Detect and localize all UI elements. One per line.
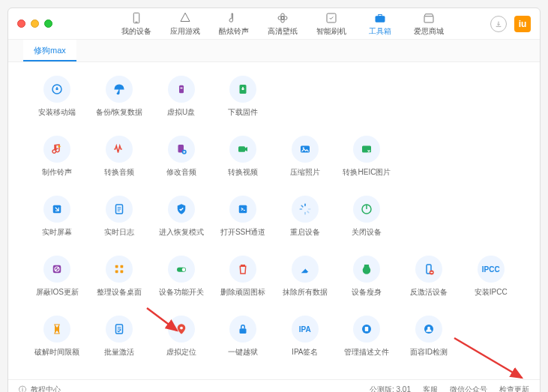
virtual-location-tool[interactable]: 虚拟定位	[153, 316, 209, 358]
svg-rect-9	[379, 14, 382, 16]
svg-rect-13	[180, 88, 182, 89]
top-nav: 我的设备应用游戏酷炫铃声高清壁纸智能刷机工具箱爱思商城	[75, 11, 490, 37]
svg-rect-8	[376, 16, 385, 22]
tool-label: 一键越狱	[228, 347, 258, 358]
convert-heic-tool[interactable]: 转换HEIC图片	[339, 136, 395, 178]
install-ipcc-tool[interactable]: IPCC安装IPCC	[463, 256, 519, 298]
tool-label: 批量激活	[104, 347, 134, 358]
nav-label: 高清壁纸	[268, 26, 298, 37]
crack-timelimit-tool[interactable]: 破解时间限额	[29, 316, 85, 358]
open-ssh-tool[interactable]: 打开SSH通道	[215, 196, 271, 238]
convert-audio-tool[interactable]: 转换音频	[91, 136, 148, 178]
device-switches-tool[interactable]: 设备功能开关	[153, 256, 209, 298]
device-slim-tool[interactable]: 设备瘦身	[339, 256, 395, 298]
svg-rect-0	[133, 13, 139, 23]
svg-rect-39	[120, 271, 123, 274]
nav-ringtones-icon	[227, 11, 241, 25]
svg-rect-12	[179, 85, 184, 94]
tool-label: 整理设备桌面	[97, 287, 142, 298]
nav-ringtones[interactable]: 酷炫铃声	[210, 11, 259, 37]
download-button[interactable]	[490, 16, 507, 32]
face-icon	[415, 316, 442, 343]
nav-label: 爱思商城	[414, 26, 444, 37]
titlebar: 我的设备应用游戏酷炫铃声高清壁纸智能刷机工具箱爱思商城 iu	[8, 8, 540, 40]
erase-icon	[292, 256, 319, 283]
lock-icon	[229, 316, 256, 343]
delete-stubborn-tool[interactable]: 删除顽固图标	[215, 256, 271, 298]
umbrella-icon	[106, 76, 133, 103]
nav-store[interactable]: 爱思商城	[405, 11, 454, 37]
switch-icon	[168, 256, 195, 283]
restart-device-tool[interactable]: 重启设备	[277, 196, 334, 238]
power-icon	[353, 196, 380, 223]
install-mobile-tool[interactable]: 安装移动端	[29, 76, 85, 118]
ipa-icon: IPA	[292, 316, 319, 343]
svg-rect-37	[120, 265, 123, 268]
faceid-check-tool[interactable]: 面容ID检测	[401, 316, 457, 358]
svg-rect-38	[115, 271, 118, 274]
nav-label: 应用游戏	[170, 26, 200, 37]
realtime-screen-tool[interactable]: 实时屏幕	[29, 196, 85, 238]
svg-rect-36	[115, 265, 118, 268]
download-firmware-tool[interactable]: 下载固件	[215, 76, 271, 118]
tool-label: 打开SSH通道	[220, 227, 266, 238]
nav-device-icon	[130, 11, 143, 25]
hourglass-icon	[43, 316, 70, 343]
shutdown-device-tool[interactable]: 关闭设备	[339, 196, 395, 238]
ipa-sign-tool[interactable]: IPAIPA签名	[277, 316, 334, 358]
wechat-link[interactable]: 微信公众号	[450, 385, 487, 393]
tool-label: IPA签名	[292, 347, 318, 358]
nav-apps[interactable]: 应用游戏	[161, 11, 210, 37]
deactivate-tool[interactable]: 反激活设备	[401, 256, 457, 298]
screen-icon	[43, 196, 70, 223]
app-logo: iu	[514, 16, 531, 32]
manage-profiles-tool[interactable]: 管理描述文件	[339, 316, 395, 358]
window-controls	[17, 19, 52, 28]
tool-label: 抹除所有数据	[283, 287, 328, 298]
nav-flash[interactable]: 智能刷机	[307, 11, 356, 37]
nav-label: 智能刷机	[316, 26, 346, 37]
edit-audio-tool[interactable]: 修改音频	[153, 136, 209, 178]
tool-label: 破解时间限额	[34, 347, 79, 358]
tool-label: 删除顽固图标	[220, 287, 265, 298]
realtime-log-tool[interactable]: 实时日志	[91, 196, 148, 238]
tool-label: 修改音频	[166, 167, 196, 178]
tool-label: 下载固件	[228, 107, 258, 118]
svg-line-30	[307, 211, 309, 213]
minimize-button[interactable]	[31, 19, 39, 28]
nav-toolbox[interactable]: 工具箱	[356, 11, 405, 37]
shield-icon	[168, 196, 195, 223]
close-button[interactable]	[17, 19, 25, 28]
tool-label: 虚拟定位	[166, 347, 196, 358]
grid-icon	[106, 256, 133, 283]
update-link[interactable]: 检查更新	[499, 385, 529, 393]
tool-grid: 安装移动端备份/恢复数据虚拟U盘下载固件制作铃声转换音频修改音频转换视频压缩照片…	[29, 76, 519, 358]
make-ringtone-tool[interactable]: 制作铃声	[29, 136, 85, 178]
tab-device[interactable]: 修狗max	[23, 40, 76, 61]
nav-label: 酷炫铃声	[219, 26, 249, 37]
backup-restore-tool[interactable]: 备份/恢复数据	[91, 76, 148, 118]
batch-activate-tool[interactable]: 批量激活	[91, 316, 148, 358]
nav-flash-icon	[325, 11, 338, 25]
svg-rect-7	[327, 13, 336, 22]
erase-all-tool[interactable]: 抹除所有数据	[277, 256, 334, 298]
tool-label: 反激活设备	[410, 287, 448, 298]
block-ios-update-tool[interactable]: 屏蔽IOS更新	[29, 256, 85, 298]
nav-wallpapers[interactable]: 高清壁纸	[259, 11, 307, 37]
help-icon[interactable]: ⓘ	[19, 385, 26, 393]
nav-device[interactable]: 我的设备	[112, 11, 161, 37]
tutorial-link[interactable]: 教程中心	[31, 385, 61, 393]
compress-photo-tool[interactable]: 压缩照片	[277, 136, 334, 178]
recovery-mode-tool[interactable]: 进入恢复模式	[153, 196, 209, 238]
heic-icon	[353, 136, 380, 163]
ipcc-icon: IPCC	[478, 256, 505, 283]
jailbreak-tool[interactable]: 一键越狱	[215, 316, 271, 358]
tool-label: 设备瘦身	[352, 287, 382, 298]
maximize-button[interactable]	[44, 19, 52, 28]
svg-point-41	[181, 268, 185, 272]
service-link[interactable]: 客服	[423, 385, 438, 393]
version-text: 公测版: 3.01	[370, 385, 411, 393]
convert-video-tool[interactable]: 转换视频	[215, 136, 271, 178]
organize-desktop-tool[interactable]: 整理设备桌面	[91, 256, 148, 298]
virtual-usb-tool[interactable]: 虚拟U盘	[153, 76, 209, 118]
